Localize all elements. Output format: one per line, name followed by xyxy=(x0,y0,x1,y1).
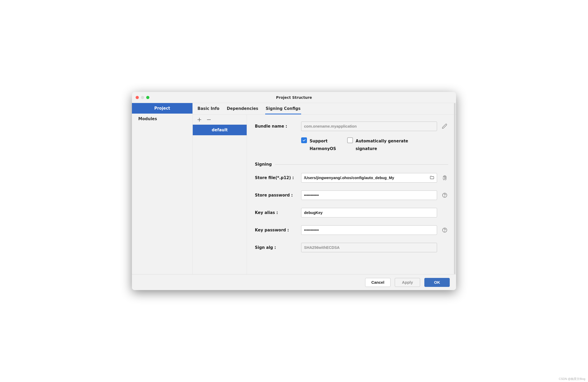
titlebar: Project Structure xyxy=(132,92,456,103)
tab-signing-configs[interactable]: Signing Configs xyxy=(265,104,301,114)
signing-configs-body: default Bundle name : xyxy=(193,115,456,274)
browse-folder-icon[interactable] xyxy=(430,175,435,180)
config-list-toolbar xyxy=(193,115,247,125)
bundle-name-label: Bundle name : xyxy=(255,124,301,129)
config-item-default[interactable]: default xyxy=(193,125,247,135)
tab-dependencies[interactable]: Dependencies xyxy=(226,104,259,114)
checkbox-row: SupportHarmonyOS Automatically generates… xyxy=(301,137,448,152)
fingerprint-icon[interactable] xyxy=(441,174,448,181)
sidebar: Project Modules xyxy=(132,103,193,274)
apply-button: Apply xyxy=(395,278,420,287)
form-area: Bundle name : S xyxy=(247,115,456,274)
ok-button[interactable]: OK xyxy=(424,278,450,287)
signing-section-header: Signing xyxy=(255,162,448,167)
sidebar-item-label: Modules xyxy=(138,117,157,121)
store-password-input[interactable] xyxy=(301,190,437,200)
support-harmonyos-label: SupportHarmonyOS xyxy=(310,137,336,152)
key-alias-label: Key alias : xyxy=(255,210,301,215)
store-password-label: Store password : xyxy=(255,193,301,198)
help-icon[interactable] xyxy=(441,227,448,234)
remove-config-icon[interactable] xyxy=(206,117,212,123)
store-file-input[interactable] xyxy=(301,173,437,183)
auto-generate-checkbox[interactable] xyxy=(347,137,353,143)
window-controls xyxy=(136,96,149,99)
sign-alg-input xyxy=(301,243,437,252)
maximize-icon[interactable] xyxy=(146,96,149,99)
window-title: Project Structure xyxy=(132,95,456,100)
divider-line xyxy=(275,164,448,165)
sidebar-item-project[interactable]: Project xyxy=(132,103,192,114)
config-list: default xyxy=(193,115,247,274)
sign-alg-label: Sign alg : xyxy=(255,245,301,250)
footer: Cancel Apply OK xyxy=(132,274,456,290)
support-harmonyos-checkbox[interactable] xyxy=(301,137,307,143)
watermark: CSDN @杨景文Blog xyxy=(559,377,585,381)
svg-point-3 xyxy=(444,231,445,231)
auto-generate-label: Automatically generatesignature xyxy=(356,137,408,152)
row-store-password: Store password : xyxy=(255,190,448,200)
signing-section-title: Signing xyxy=(255,162,272,167)
row-bundle-name: Bundle name : xyxy=(255,122,448,131)
store-file-label: Store file(*.p12) : xyxy=(255,175,301,180)
tab-basic-info[interactable]: Basic Info xyxy=(197,104,220,114)
body: Project Modules Basic Info Dependencies … xyxy=(132,103,456,274)
edit-icon[interactable] xyxy=(441,123,448,130)
row-key-alias: Key alias : xyxy=(255,208,448,217)
add-config-icon[interactable] xyxy=(196,117,202,123)
help-icon[interactable] xyxy=(441,192,448,199)
scrollbar[interactable] xyxy=(454,103,456,274)
auto-generate-group: Automatically generatesignature xyxy=(347,137,408,152)
minimize-icon xyxy=(141,96,144,99)
sidebar-item-label: Project xyxy=(154,106,170,111)
close-icon[interactable] xyxy=(136,96,139,99)
main: Basic Info Dependencies Signing Configs … xyxy=(193,103,456,274)
store-file-wrap xyxy=(301,173,437,183)
tab-bar: Basic Info Dependencies Signing Configs xyxy=(193,103,456,115)
row-sign-alg: Sign alg : xyxy=(255,243,448,252)
svg-point-1 xyxy=(444,196,445,197)
row-key-password: Key password : xyxy=(255,225,448,235)
support-harmonyos-group: SupportHarmonyOS xyxy=(301,137,336,152)
key-password-label: Key password : xyxy=(255,228,301,232)
row-store-file: Store file(*.p12) : xyxy=(255,173,448,183)
sidebar-item-modules[interactable]: Modules xyxy=(132,114,192,124)
key-alias-input[interactable] xyxy=(301,208,437,217)
project-structure-window: Project Structure Project Modules Basic … xyxy=(132,92,456,290)
key-password-input[interactable] xyxy=(301,225,437,235)
bundle-name-input xyxy=(301,122,437,131)
cancel-button[interactable]: Cancel xyxy=(365,278,391,287)
